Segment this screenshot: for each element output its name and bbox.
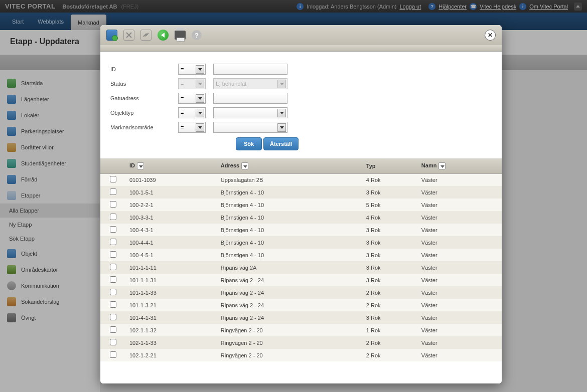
cell-adress: Björnstigen 4 - 10 bbox=[217, 199, 362, 211]
cell-typ: 5 Rok bbox=[362, 199, 417, 211]
row-checkbox[interactable] bbox=[110, 351, 116, 358]
table-row[interactable]: 100-1-5-1Björnstigen 4 - 103 RokVäster bbox=[100, 186, 502, 199]
cell-id: 102-1-1-32 bbox=[125, 324, 217, 336]
col-namn[interactable]: Namn bbox=[417, 158, 502, 173]
cell-id: 102-1-2-21 bbox=[125, 349, 217, 361]
cell-namn: Väster bbox=[417, 261, 502, 274]
cell-id: 101-1-1-31 bbox=[125, 274, 217, 286]
back-icon[interactable] bbox=[158, 30, 169, 41]
cell-typ: 3 Rok bbox=[362, 274, 417, 286]
input-status: Ej behandlat bbox=[213, 78, 287, 89]
row-checkbox[interactable] bbox=[110, 326, 116, 333]
search-modal: ? ID = Status = Ej behandlat Gatuadress bbox=[100, 25, 502, 383]
row-checkbox[interactable] bbox=[110, 251, 116, 258]
cell-adress: Ripans väg 2 - 24 bbox=[217, 311, 362, 324]
cell-adress: Björnstigen 4 - 10 bbox=[217, 236, 362, 249]
relation-icon[interactable] bbox=[140, 30, 152, 41]
table-row[interactable]: 100-2-2-1Björnstigen 4 - 105 RokVäster bbox=[100, 199, 502, 211]
cell-adress: Ripans väg 2 - 24 bbox=[217, 299, 362, 311]
row-checkbox[interactable] bbox=[110, 176, 116, 182]
clear-icon[interactable] bbox=[123, 30, 134, 41]
table-row[interactable]: 102-1-2-21Ringvägen 2 - 202 RokVäster bbox=[100, 349, 502, 361]
label-id: ID bbox=[110, 66, 178, 72]
chevron-down-icon[interactable] bbox=[137, 162, 144, 169]
table-row[interactable]: 100-4-4-1Björnstigen 4 - 103 RokVäster bbox=[100, 236, 502, 249]
row-checkbox[interactable] bbox=[110, 339, 116, 345]
cell-namn: Väster bbox=[417, 286, 502, 299]
op-id[interactable]: = bbox=[178, 64, 206, 75]
table-row[interactable]: 101-1-1-33Ripans väg 2 - 242 RokVäster bbox=[100, 286, 502, 299]
table-row[interactable]: 101-1-1-11Ripans väg 2A3 RokVäster bbox=[100, 261, 502, 274]
input-id[interactable] bbox=[213, 64, 287, 75]
cell-typ: 1 Rok bbox=[362, 324, 417, 336]
row-checkbox[interactable] bbox=[110, 214, 116, 220]
row-checkbox[interactable] bbox=[110, 201, 116, 208]
save-icon[interactable] bbox=[106, 30, 117, 41]
row-checkbox[interactable] bbox=[110, 239, 116, 245]
reset-button[interactable]: Återställ bbox=[263, 137, 299, 150]
cell-adress: Björnstigen 4 - 10 bbox=[217, 224, 362, 236]
cell-adress: Ringvägen 2 - 20 bbox=[217, 336, 362, 349]
cell-id: 101-1-1-11 bbox=[125, 261, 217, 274]
cell-id: 102-1-1-33 bbox=[125, 336, 217, 349]
filter-form: ID = Status = Ej behandlat Gatuadress = … bbox=[100, 52, 502, 158]
cell-adress: Ripans väg 2 - 24 bbox=[217, 274, 362, 286]
row-checkbox[interactable] bbox=[110, 226, 116, 233]
cell-id: 100-4-5-1 bbox=[125, 249, 217, 261]
label-gatuadress: Gatuadress bbox=[110, 95, 178, 101]
row-checkbox[interactable] bbox=[110, 314, 116, 320]
table-row[interactable]: 101-1-3-21Ripans väg 2 - 242 RokVäster bbox=[100, 299, 502, 311]
row-checkbox[interactable] bbox=[110, 289, 116, 295]
input-objekttyp[interactable] bbox=[213, 107, 287, 118]
cell-typ: 2 Rok bbox=[362, 336, 417, 349]
cell-typ: 3 Rok bbox=[362, 249, 417, 261]
cell-adress: Ringvägen 2 - 20 bbox=[217, 324, 362, 336]
cell-namn: Väster bbox=[417, 249, 502, 261]
row-checkbox[interactable] bbox=[110, 188, 116, 195]
table-row[interactable]: 0101-1039Uppsalagatan 2B4 RokVäster bbox=[100, 173, 502, 186]
table-row[interactable]: 100-3-3-1Björnstigen 4 - 104 RokVäster bbox=[100, 211, 502, 224]
input-marknadsomrade[interactable] bbox=[213, 122, 287, 133]
op-marknadsomrade[interactable]: = bbox=[178, 122, 206, 133]
cell-namn: Väster bbox=[417, 199, 502, 211]
cell-typ: 3 Rok bbox=[362, 311, 417, 324]
cell-adress: Ripans väg 2A bbox=[217, 261, 362, 274]
modal-scroll[interactable]: ID = Status = Ej behandlat Gatuadress = … bbox=[100, 52, 502, 383]
label-objekttyp: Objekttyp bbox=[110, 110, 178, 116]
cell-namn: Väster bbox=[417, 173, 502, 186]
cell-typ: 2 Rok bbox=[362, 286, 417, 299]
col-adress[interactable]: Adress bbox=[217, 158, 362, 173]
chevron-down-icon[interactable] bbox=[241, 162, 248, 169]
label-marknadsomrade: Marknadsområde bbox=[110, 124, 178, 130]
modal-help-icon[interactable]: ? bbox=[192, 30, 202, 40]
op-status: = bbox=[178, 78, 206, 89]
chevron-down-icon[interactable] bbox=[438, 162, 446, 169]
col-id[interactable]: ID bbox=[125, 158, 217, 173]
row-checkbox[interactable] bbox=[110, 264, 116, 270]
close-button[interactable] bbox=[485, 30, 496, 41]
op-gatuadress[interactable]: = bbox=[178, 93, 206, 104]
cell-namn: Väster bbox=[417, 299, 502, 311]
col-typ[interactable]: Typ bbox=[362, 158, 417, 173]
table-row[interactable]: 102-1-1-32Ringvägen 2 - 201 RokVäster bbox=[100, 324, 502, 336]
table-row[interactable]: 100-4-3-1Björnstigen 4 - 103 RokVäster bbox=[100, 224, 502, 236]
cell-id: 101-1-1-33 bbox=[125, 286, 217, 299]
print-icon[interactable] bbox=[175, 31, 186, 40]
cell-adress: Björnstigen 4 - 10 bbox=[217, 249, 362, 261]
cell-adress: Björnstigen 4 - 10 bbox=[217, 211, 362, 224]
cell-namn: Väster bbox=[417, 186, 502, 199]
table-row[interactable]: 101-4-1-31Ripans väg 2 - 243 RokVäster bbox=[100, 311, 502, 324]
op-objekttyp[interactable]: = bbox=[178, 107, 206, 118]
cell-id: 0101-1039 bbox=[125, 173, 217, 186]
table-row[interactable]: 102-1-1-33Ringvägen 2 - 202 RokVäster bbox=[100, 336, 502, 349]
collapse-bar[interactable] bbox=[100, 45, 502, 52]
cell-namn: Väster bbox=[417, 224, 502, 236]
input-gatuadress[interactable] bbox=[213, 93, 287, 104]
row-checkbox[interactable] bbox=[110, 301, 116, 308]
cell-typ: 4 Rok bbox=[362, 173, 417, 186]
table-row[interactable]: 100-4-5-1Björnstigen 4 - 103 RokVäster bbox=[100, 249, 502, 261]
row-checkbox[interactable] bbox=[110, 276, 116, 283]
search-button[interactable]: Sök bbox=[236, 137, 262, 150]
cell-namn: Väster bbox=[417, 211, 502, 224]
table-row[interactable]: 101-1-1-31Ripans väg 2 - 243 RokVäster bbox=[100, 274, 502, 286]
